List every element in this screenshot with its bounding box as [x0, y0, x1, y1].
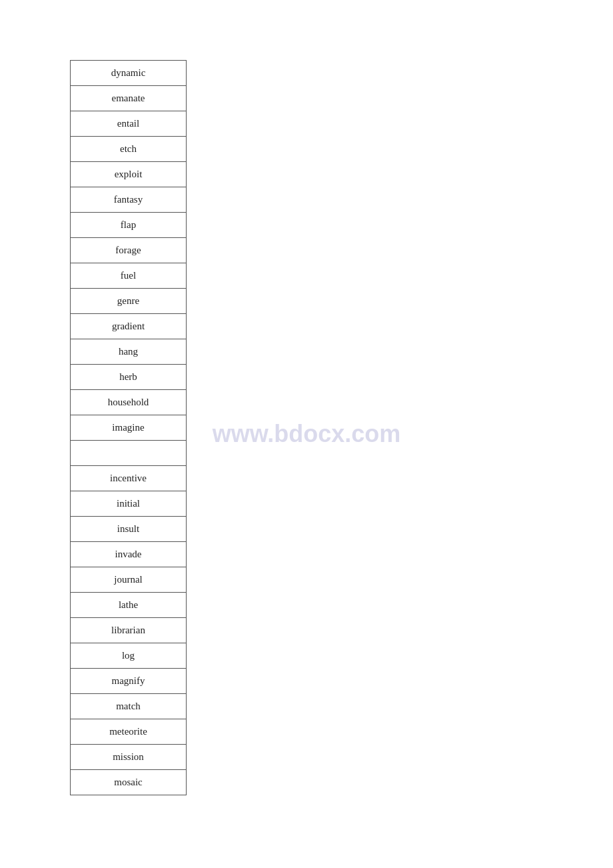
table-row: exploit [71, 162, 187, 187]
table-row: entail [71, 111, 187, 137]
word-cell: match [71, 694, 187, 719]
table-row: fuel [71, 263, 187, 289]
word-cell: journal [71, 567, 187, 593]
word-cell: fantasy [71, 187, 187, 213]
word-cell [71, 441, 187, 466]
word-cell: hang [71, 339, 187, 365]
word-cell: exploit [71, 162, 187, 187]
table-row [71, 441, 187, 466]
word-cell: household [71, 390, 187, 415]
table-row: journal [71, 567, 187, 593]
watermark: www.bdocx.com [213, 420, 401, 448]
table-row: dynamic [71, 61, 187, 86]
table-row: mosaic [71, 770, 187, 795]
word-cell: librarian [71, 618, 187, 643]
table-row: flap [71, 213, 187, 238]
word-cell: dynamic [71, 61, 187, 86]
table-row: hang [71, 339, 187, 365]
word-cell: incentive [71, 466, 187, 491]
word-cell: fuel [71, 263, 187, 289]
table-row: gradient [71, 314, 187, 339]
table-row: emanate [71, 86, 187, 111]
table-row: household [71, 390, 187, 415]
word-list-container: dynamicemanateentailetchexploitfantasyfl… [70, 60, 187, 795]
word-cell: mosaic [71, 770, 187, 795]
word-cell: genre [71, 289, 187, 314]
word-cell: gradient [71, 314, 187, 339]
word-cell: etch [71, 137, 187, 162]
word-list-table: dynamicemanateentailetchexploitfantasyfl… [70, 60, 187, 795]
table-row: log [71, 643, 187, 669]
table-row: herb [71, 365, 187, 390]
word-cell: lathe [71, 593, 187, 618]
word-cell: meteorite [71, 719, 187, 745]
table-row: fantasy [71, 187, 187, 213]
word-cell: initial [71, 491, 187, 517]
table-row: invade [71, 542, 187, 567]
table-row: imagine [71, 415, 187, 441]
table-row: magnify [71, 669, 187, 694]
table-row: etch [71, 137, 187, 162]
word-cell: forage [71, 238, 187, 263]
word-cell: invade [71, 542, 187, 567]
word-cell: herb [71, 365, 187, 390]
word-cell: imagine [71, 415, 187, 441]
word-cell: emanate [71, 86, 187, 111]
word-cell: mission [71, 745, 187, 770]
table-row: insult [71, 517, 187, 542]
word-cell: insult [71, 517, 187, 542]
table-row: mission [71, 745, 187, 770]
word-cell: entail [71, 111, 187, 137]
word-cell: magnify [71, 669, 187, 694]
table-row: librarian [71, 618, 187, 643]
table-row: genre [71, 289, 187, 314]
word-cell: log [71, 643, 187, 669]
table-row: forage [71, 238, 187, 263]
table-row: incentive [71, 466, 187, 491]
word-cell: flap [71, 213, 187, 238]
table-row: match [71, 694, 187, 719]
table-row: meteorite [71, 719, 187, 745]
table-row: initial [71, 491, 187, 517]
table-row: lathe [71, 593, 187, 618]
